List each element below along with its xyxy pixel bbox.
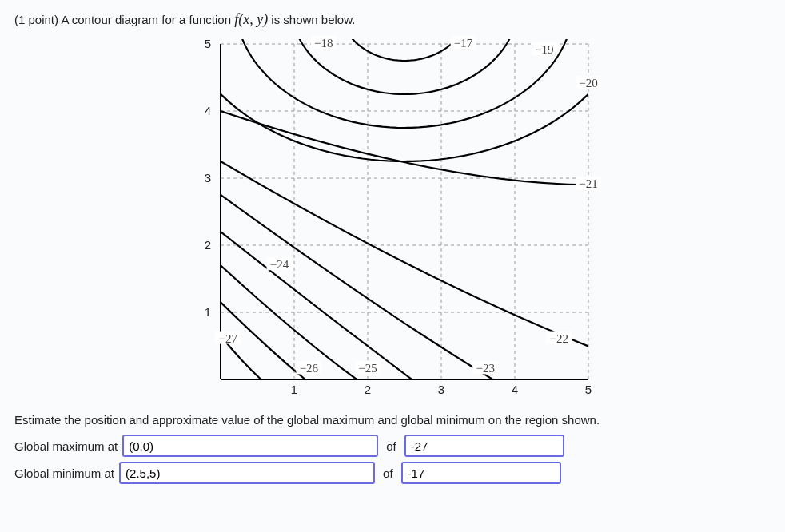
points: (1 point) <box>14 13 58 26</box>
global-max-value-input[interactable] <box>404 435 564 457</box>
svg-text:−22: −22 <box>549 332 568 345</box>
global-min-label: Global minimum at <box>14 466 114 480</box>
svg-text:3: 3 <box>438 383 444 396</box>
function-expr: f(x, y) <box>234 11 268 27</box>
svg-text:5: 5 <box>585 383 592 396</box>
svg-text:4: 4 <box>512 383 518 396</box>
svg-text:4: 4 <box>205 104 211 117</box>
svg-text:−25: −25 <box>358 362 377 375</box>
svg-text:−20: −20 <box>579 77 597 89</box>
svg-text:−26: −26 <box>300 362 319 375</box>
svg-text:−18: −18 <box>314 37 333 50</box>
svg-text:−24: −24 <box>270 258 289 271</box>
contour-svg: 1234512345−18−17−19−20−21−22−23−25−26−27… <box>189 36 604 403</box>
svg-text:−27: −27 <box>218 332 237 345</box>
global-max-label: Global maximum at <box>14 439 118 453</box>
svg-text:−21: −21 <box>579 177 597 190</box>
prompt-lead: A contour diagram for a function <box>61 13 231 26</box>
global-max-row: Global maximum at of <box>14 435 771 457</box>
svg-text:−17: −17 <box>454 37 473 50</box>
of-text-2: of <box>383 466 393 480</box>
global-max-coord-input[interactable] <box>122 435 378 457</box>
answers-block: Global maximum at of Global minimum at o… <box>14 435 771 484</box>
global-min-value-input[interactable] <box>401 462 561 484</box>
of-text-1: of <box>386 439 396 453</box>
global-min-row: Global minimum at of <box>14 462 771 484</box>
svg-text:1: 1 <box>291 383 297 396</box>
svg-text:−19: −19 <box>535 43 553 56</box>
svg-text:5: 5 <box>205 37 211 50</box>
svg-text:−23: −23 <box>476 362 494 375</box>
problem-prompt: (1 point) A contour diagram for a functi… <box>14 11 771 28</box>
svg-text:3: 3 <box>205 171 211 185</box>
svg-text:2: 2 <box>205 238 211 252</box>
contour-diagram: 1234512345−18−17−19−20−21−22−23−25−26−27… <box>189 36 596 403</box>
global-min-coord-input[interactable] <box>119 462 375 484</box>
svg-text:1: 1 <box>205 305 211 319</box>
instruction-text: Estimate the position and approximate va… <box>14 413 771 427</box>
prompt-tail: is shown below. <box>271 13 355 26</box>
svg-text:2: 2 <box>365 383 371 396</box>
